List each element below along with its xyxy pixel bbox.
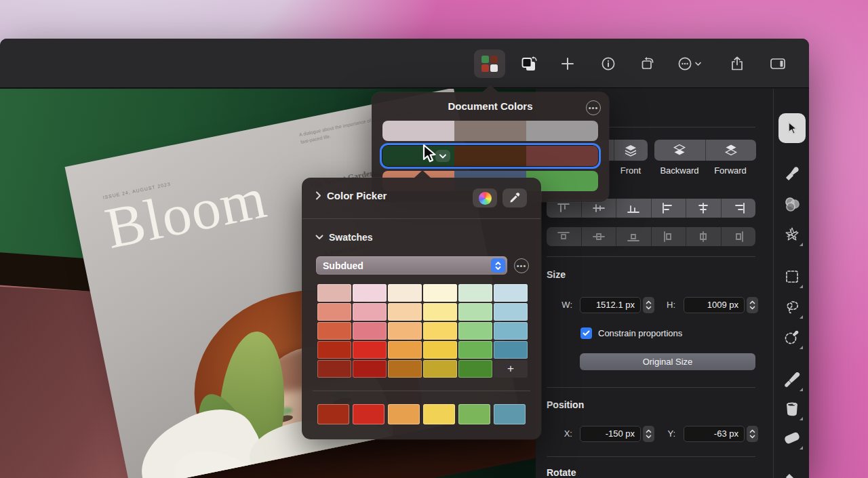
recent-swatch[interactable] (353, 404, 384, 424)
swatch[interactable] (494, 341, 528, 359)
effects-tool[interactable] (778, 222, 806, 247)
erase-tool[interactable] (778, 425, 806, 451)
swatch[interactable] (353, 303, 387, 321)
document-colors-icon (481, 56, 498, 72)
swatch[interactable] (458, 284, 492, 302)
distribute-top-segment (547, 227, 581, 246)
info-button[interactable] (593, 49, 624, 78)
swatch[interactable] (388, 322, 422, 340)
document-color-segment[interactable] (382, 121, 454, 141)
swatch[interactable] (317, 322, 351, 340)
document-color-segment[interactable] (526, 146, 598, 166)
free-selection-tool[interactable] (778, 294, 806, 320)
cursor-arrow-icon (785, 121, 799, 136)
document-color-segment[interactable] (454, 121, 526, 141)
rotate-button[interactable] (632, 49, 663, 78)
swatch-color (481, 64, 489, 72)
swatch[interactable] (388, 284, 422, 302)
document-color-segment[interactable] (526, 121, 598, 141)
width-stepper[interactable] (643, 297, 654, 313)
document-color-row[interactable] (382, 146, 598, 166)
more-button[interactable] (671, 49, 711, 78)
arrange-tool[interactable] (778, 113, 806, 143)
align-center-segment[interactable] (686, 199, 721, 218)
backward-segment[interactable] (654, 140, 705, 161)
swatches-header[interactable]: Swatches (315, 232, 373, 243)
forward-segment[interactable] (705, 140, 757, 161)
recent-swatch[interactable] (458, 404, 490, 424)
swatch[interactable] (458, 322, 492, 340)
swatch[interactable] (317, 284, 351, 302)
swatch[interactable] (423, 322, 457, 340)
swatch[interactable] (494, 322, 528, 340)
swatch[interactable] (353, 322, 387, 340)
swatch[interactable] (317, 341, 351, 359)
height-field[interactable]: 1009 px (684, 297, 745, 313)
color-wheel-button[interactable] (473, 188, 497, 207)
swatch[interactable] (458, 341, 492, 359)
align-right-segment[interactable] (721, 199, 756, 218)
swatch[interactable] (423, 284, 457, 302)
toggle-sidebar-button[interactable] (762, 49, 793, 78)
align-left-segment[interactable] (651, 199, 686, 218)
y-field[interactable]: -63 px (684, 426, 745, 442)
recent-swatch[interactable] (494, 404, 526, 424)
original-size-button[interactable]: Original Size (580, 353, 755, 370)
clone-tool[interactable] (778, 467, 806, 478)
swatch[interactable] (494, 284, 528, 302)
y-label: Y: (660, 426, 675, 442)
document-color-row[interactable] (382, 121, 598, 141)
eraser-icon (783, 430, 801, 446)
size-heading: Size (547, 269, 566, 280)
x-field[interactable]: -150 px (580, 426, 641, 442)
swatch[interactable] (388, 341, 422, 359)
document-color-segment[interactable] (454, 146, 526, 166)
backward-forward-control[interactable] (654, 140, 756, 161)
swatch[interactable] (423, 341, 457, 359)
color-picker-header[interactable]: Color Picker (315, 190, 387, 201)
recent-swatch[interactable] (388, 404, 420, 424)
constrain-proportions-checkbox[interactable] (580, 327, 592, 339)
front-segment[interactable] (614, 140, 648, 161)
height-stepper[interactable] (747, 297, 758, 313)
paint-tool[interactable] (778, 367, 806, 393)
document-colors-more-button[interactable]: ••• (586, 100, 601, 115)
recent-swatch[interactable] (423, 404, 455, 424)
align-bottom-segment[interactable] (616, 199, 651, 218)
color-adjustments-tool[interactable] (778, 191, 806, 217)
fill-tool[interactable] (778, 396, 806, 422)
swatch[interactable] (494, 303, 528, 321)
swatch-grid: + (317, 284, 528, 378)
style-tool[interactable] (778, 161, 806, 186)
add-button[interactable] (552, 49, 583, 78)
subtool-indicator (800, 315, 803, 319)
swatch[interactable] (353, 284, 387, 302)
y-stepper[interactable] (747, 426, 758, 442)
palette-select[interactable]: Subdued (316, 256, 507, 275)
swatch[interactable] (317, 303, 351, 321)
add-swatch-button[interactable]: + (494, 360, 528, 378)
chevron-down-icon (315, 235, 323, 240)
swatch-color (490, 64, 498, 72)
recent-swatch[interactable] (317, 404, 349, 424)
swatch[interactable] (353, 341, 387, 359)
copy-style-button[interactable] (513, 49, 545, 78)
palette-more-button[interactable]: ••• (514, 258, 529, 273)
share-button[interactable] (722, 49, 753, 78)
swatch[interactable] (388, 303, 422, 321)
width-field[interactable]: 1512.1 px (580, 297, 641, 313)
rectangular-selection-tool[interactable] (778, 264, 806, 290)
swatch[interactable] (458, 303, 492, 321)
swatch[interactable] (423, 303, 457, 321)
x-stepper[interactable] (643, 426, 654, 442)
swatch[interactable] (388, 360, 422, 378)
swatch[interactable] (423, 360, 457, 378)
quick-selection-tool[interactable] (778, 325, 806, 351)
swatches-label: Swatches (329, 232, 373, 243)
document-colors-button[interactable] (474, 49, 505, 78)
swatch[interactable] (353, 360, 387, 378)
swatch[interactable] (317, 360, 351, 378)
swatch[interactable] (458, 360, 492, 378)
eyedropper-button[interactable] (502, 188, 527, 207)
subtool-indicator (800, 388, 803, 391)
